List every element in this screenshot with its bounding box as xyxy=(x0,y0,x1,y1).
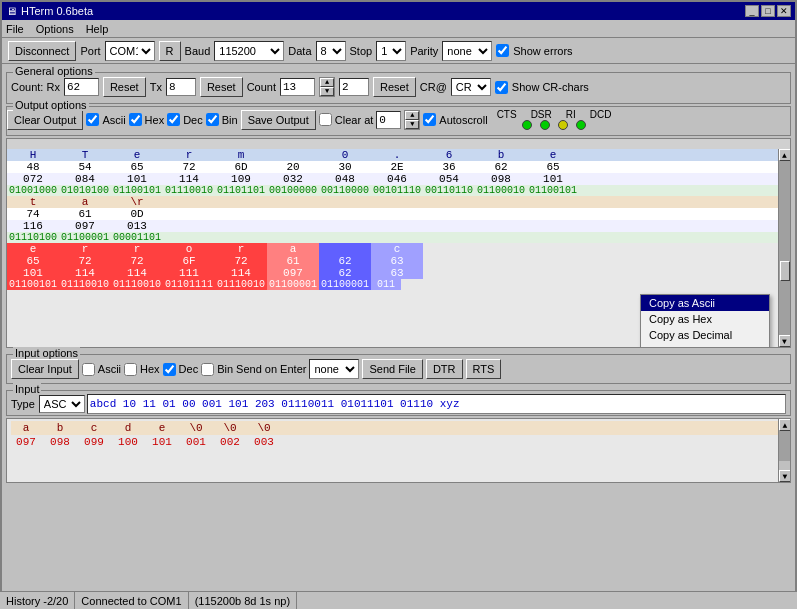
bo-char-a: a xyxy=(11,422,41,434)
clear-at-input[interactable] xyxy=(376,111,401,129)
hex-checkbox[interactable] xyxy=(129,113,142,126)
status-bar: History -2/20 Connected to COM1 (115200b… xyxy=(0,591,797,609)
cell-e2: e xyxy=(527,149,579,161)
bo-char-e: e xyxy=(147,422,177,434)
clear-spin-up[interactable]: ▲ xyxy=(405,111,419,120)
toolbar: Disconnect Port COM1COM2COM3 R Baud 1152… xyxy=(2,38,795,64)
tx-label: Tx xyxy=(150,81,162,93)
general-options-section: General options Count: Rx Reset Tx Reset… xyxy=(6,72,791,104)
context-copy-binary[interactable]: Copy as Binary xyxy=(641,343,769,348)
cell-space xyxy=(267,149,319,161)
input-ascii-checkbox[interactable] xyxy=(82,363,95,376)
cell-m: m xyxy=(215,149,267,161)
reset-count-button[interactable]: Reset xyxy=(373,77,416,97)
count-label: Count xyxy=(247,81,276,93)
dtr-button[interactable]: DTR xyxy=(426,359,463,379)
count-input[interactable] xyxy=(280,78,315,96)
input-bin-label: Bin xyxy=(217,363,233,375)
dec-checkbox[interactable] xyxy=(167,113,180,126)
cts-led xyxy=(522,120,532,130)
status-history: History -2/20 xyxy=(0,592,75,609)
main-input[interactable] xyxy=(87,394,786,414)
port-label: Port xyxy=(80,45,100,57)
bo-char-null2: \0 xyxy=(215,422,245,434)
count-rx-input[interactable] xyxy=(64,78,99,96)
autoscroll-label: Autoscroll xyxy=(439,114,487,126)
save-output-button[interactable]: Save Output xyxy=(241,110,316,130)
r-button[interactable]: R xyxy=(159,41,181,61)
ri-label: RI xyxy=(566,109,576,120)
clear-spin-down[interactable]: ▼ xyxy=(405,120,419,129)
bottom-scroll-down[interactable]: ▼ xyxy=(779,470,791,482)
status-connection: Connected to COM1 xyxy=(75,592,188,609)
bottom-scrollbar[interactable]: ▲ ▼ xyxy=(778,419,790,482)
show-cr-checkbox[interactable] xyxy=(495,81,508,94)
send-on-select[interactable]: noneCRLFCR+LF xyxy=(309,359,359,379)
bo-char-d: d xyxy=(113,422,143,434)
send-file-button[interactable]: Send File xyxy=(362,359,422,379)
scroll-up-arrow[interactable]: ▲ xyxy=(779,149,791,161)
bo-char-null3: \0 xyxy=(249,422,279,434)
reset-tx-button[interactable]: Reset xyxy=(200,77,243,97)
cr-at-label: CR@ xyxy=(420,81,447,93)
bin-checkbox[interactable] xyxy=(206,113,219,126)
type-select[interactable]: ASCHEXDECBIN xyxy=(39,395,85,413)
count-spinner[interactable]: ▲ ▼ xyxy=(319,77,335,97)
bo-char-c: c xyxy=(79,422,109,434)
autoscroll-checkbox[interactable] xyxy=(423,113,436,126)
spin-down[interactable]: ▼ xyxy=(320,87,334,96)
reset-rx-button[interactable]: Reset xyxy=(103,77,146,97)
output-area[interactable]: H T e r m 0 . 6 b e 48 54 65 72 6D 20 30… xyxy=(6,138,791,348)
cr-select[interactable]: CRLF xyxy=(451,78,491,96)
minimize-button[interactable]: _ xyxy=(745,5,759,17)
show-errors-checkbox[interactable] xyxy=(496,44,509,57)
clear-at-checkbox[interactable] xyxy=(319,113,332,126)
data-select[interactable]: 87 xyxy=(316,41,346,61)
input-dec-checkbox[interactable] xyxy=(163,363,176,376)
app-icon: 🖥 xyxy=(6,5,17,17)
scroll-thumb[interactable] xyxy=(780,261,790,281)
clear-at-spinner[interactable]: ▲ ▼ xyxy=(404,110,420,130)
menu-help[interactable]: Help xyxy=(86,23,109,35)
context-copy-ascii[interactable]: Copy as Ascii xyxy=(641,295,769,311)
parity-select[interactable]: noneoddeven xyxy=(442,41,492,61)
baud-label: Baud xyxy=(185,45,211,57)
context-copy-hex[interactable]: Copy as Hex xyxy=(641,311,769,327)
bottom-scroll-up[interactable]: ▲ xyxy=(779,419,791,431)
clear-output-button[interactable]: Clear Output xyxy=(7,110,83,130)
dcd-led xyxy=(576,120,586,130)
bo-val-003: 003 xyxy=(249,436,279,448)
send-on-label: Send on Enter xyxy=(236,363,306,375)
scroll-track[interactable] xyxy=(779,161,791,335)
rts-button[interactable]: RTS xyxy=(466,359,502,379)
output-options-section: Output options Clear Output Ascii Hex De… xyxy=(6,106,791,136)
status-settings: (115200b 8d 1s np) xyxy=(189,592,297,609)
dcd-label: DCD xyxy=(590,109,612,120)
context-copy-decimal[interactable]: Copy as Decimal xyxy=(641,327,769,343)
spin-up[interactable]: ▲ xyxy=(320,78,334,87)
count-tx-input[interactable] xyxy=(166,78,196,96)
scroll-down-arrow[interactable]: ▼ xyxy=(779,335,791,347)
clear-input-button[interactable]: Clear Input xyxy=(11,359,79,379)
port-select[interactable]: COM1COM2COM3 xyxy=(105,41,155,61)
menu-file[interactable]: File xyxy=(6,23,24,35)
disconnect-button[interactable]: Disconnect xyxy=(8,41,76,61)
menu-bar: File Options Help xyxy=(2,20,795,38)
data-label: Data xyxy=(288,45,311,57)
maximize-button[interactable]: □ xyxy=(761,5,775,17)
baud-select[interactable]: 115200960057600 xyxy=(214,41,284,61)
close-button[interactable]: ✕ xyxy=(777,5,791,17)
count-input2[interactable] xyxy=(339,78,369,96)
input-area-section: Input Type ASCHEXDECBIN xyxy=(6,390,791,416)
bo-char-b: b xyxy=(45,422,75,434)
input-hex-label: Hex xyxy=(140,363,160,375)
input-bin-checkbox[interactable] xyxy=(201,363,214,376)
title-bar-text: HTerm 0.6beta xyxy=(21,5,93,17)
hex-label: Hex xyxy=(145,114,165,126)
show-errors-label: Show errors xyxy=(513,45,572,57)
output-scrollbar[interactable]: ▲ ▼ xyxy=(778,149,790,347)
input-hex-checkbox[interactable] xyxy=(124,363,137,376)
stop-select[interactable]: 12 xyxy=(376,41,406,61)
menu-options[interactable]: Options xyxy=(36,23,74,35)
ascii-checkbox[interactable] xyxy=(86,113,99,126)
